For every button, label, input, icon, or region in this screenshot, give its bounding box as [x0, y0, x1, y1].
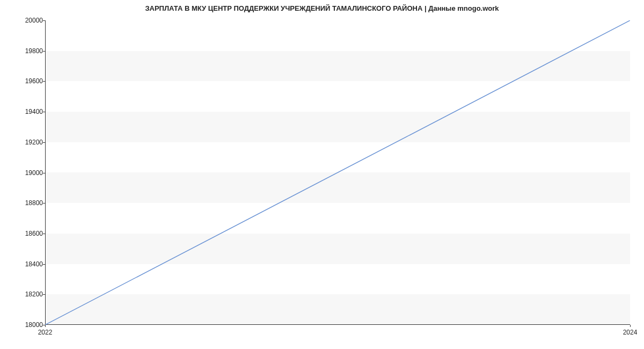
y-tick-mark — [43, 173, 45, 173]
y-tick-mark — [43, 203, 45, 203]
y-tick-label: 20000 — [5, 17, 43, 24]
grid-band — [46, 142, 630, 173]
x-tick-label: 2022 — [38, 329, 53, 336]
grid-band — [46, 264, 630, 295]
chart-title: ЗАРПЛАТА В МКУ ЦЕНТР ПОДДЕРЖКИ УЧРЕЖДЕНИ… — [0, 4, 644, 12]
chart-container: ЗАРПЛАТА В МКУ ЦЕНТР ПОДДЕРЖКИ УЧРЕЖДЕНИ… — [0, 0, 644, 349]
y-tick-label: 19400 — [5, 108, 43, 115]
grid-band — [46, 81, 630, 112]
y-tick-label: 18200 — [5, 290, 43, 298]
y-tick-label: 19000 — [5, 169, 43, 177]
y-tick-mark — [43, 81, 45, 82]
y-tick-mark — [43, 51, 45, 52]
plot-area — [45, 20, 630, 325]
y-tick-mark — [43, 112, 45, 112]
y-tick-mark — [43, 264, 45, 265]
y-tick-label: 18600 — [5, 230, 43, 237]
x-tick-label: 2024 — [623, 329, 638, 336]
y-tick-mark — [43, 294, 45, 295]
y-tick-label: 18000 — [5, 321, 43, 329]
grid-band — [46, 203, 630, 234]
y-tick-mark — [43, 20, 45, 21]
x-tick-mark — [45, 325, 46, 327]
y-tick-mark — [43, 142, 45, 143]
y-tick-label: 18800 — [5, 199, 43, 207]
y-tick-mark — [43, 234, 45, 234]
y-tick-label: 19600 — [5, 77, 43, 85]
x-tick-mark — [630, 325, 631, 327]
y-tick-label: 19200 — [5, 139, 43, 146]
grid-band — [46, 20, 630, 51]
y-tick-label: 19800 — [5, 47, 43, 55]
y-tick-label: 18400 — [5, 260, 43, 268]
